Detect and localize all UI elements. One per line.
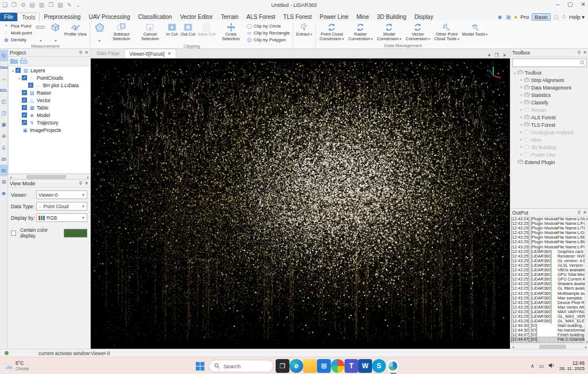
tree-item-pointclouds[interactable]: ⌄✓∴PointClouds bbox=[9, 74, 90, 81]
in-cut-button[interactable]: In Cut bbox=[164, 22, 179, 43]
output-vscrollbar[interactable]: ▲▼ bbox=[585, 217, 588, 344]
point-cloud-conversion-button[interactable]: Point Cloud Conversion ▾ bbox=[318, 22, 346, 43]
log-entry[interactable]: [12:43:25] [LiDAR360]Shaders available bbox=[510, 282, 585, 286]
lidar360-icon[interactable] bbox=[386, 359, 400, 373]
word-icon[interactable]: W bbox=[358, 359, 372, 373]
menu-tab-tools[interactable]: Tools bbox=[17, 13, 40, 21]
model-tools-button[interactable]: Model Tools ▾ bbox=[461, 22, 489, 43]
checkbox[interactable]: ✓ bbox=[22, 90, 27, 95]
speaker-icon[interactable] bbox=[548, 363, 555, 369]
log-entry[interactable]: [12:43:25] [LiDAR360]GPU Current Availab… bbox=[510, 277, 585, 282]
log-entry[interactable]: [12:43:25] [LiDAR360]Max samples: 32 bbox=[510, 296, 585, 301]
menu-tab-mine[interactable]: Mine bbox=[353, 13, 373, 21]
license-icon[interactable]: ▣ bbox=[506, 14, 511, 20]
log-entry[interactable]: [12:43:25] [LiDAR360]Renderer: NVIDIA Ge… bbox=[510, 254, 585, 259]
close-viewer-icon[interactable]: ✕ bbox=[502, 53, 506, 58]
tree-item-raster[interactable]: ✓▨Raster bbox=[9, 89, 90, 96]
close-icon[interactable]: ✕ bbox=[84, 50, 88, 55]
pin-icon[interactable]: ⚲ bbox=[577, 50, 581, 55]
basic-mode-button[interactable]: Basic bbox=[532, 13, 551, 21]
start-button[interactable] bbox=[193, 359, 207, 373]
menu-tab-terrain[interactable]: Terrain bbox=[217, 13, 243, 21]
output-hscrollbar[interactable]: ◂ ▸ bbox=[510, 344, 588, 349]
close-icon[interactable]: ✕ bbox=[581, 1, 586, 7]
display-by-select[interactable]: RGB▼ bbox=[36, 213, 87, 222]
menu-tab-power-line[interactable]: Power Line bbox=[316, 13, 353, 21]
tree-item-imageprojects[interactable]: ▣ImageProjects bbox=[9, 126, 90, 134]
clock[interactable]: 12:46 26. 11. 2025 bbox=[559, 360, 585, 372]
log-entry[interactable]: [12:43:25] [Plugin Module]File Name:L/Ge… bbox=[510, 231, 585, 235]
data-type-select[interactable]: ∴ Point Cloud▼ bbox=[36, 202, 87, 211]
certain-color-checkbox[interactable] bbox=[11, 231, 16, 236]
toolbox-item-toolbox[interactable]: ⌄Toolbox bbox=[510, 69, 588, 76]
log-entry[interactable]: [12:43:25] [Plugin Module]File Name:L/Fo… bbox=[510, 221, 585, 226]
close-icon[interactable]: ✕ bbox=[84, 181, 88, 186]
restore-icon[interactable]: ❐ bbox=[494, 53, 498, 58]
extract-button[interactable]: Extract ▾ bbox=[295, 22, 314, 43]
close-icon[interactable]: ✕ bbox=[583, 50, 587, 55]
store-icon[interactable]: ⊞ bbox=[317, 359, 331, 373]
viewer-tab-start-page[interactable]: Start Page bbox=[92, 49, 124, 58]
checkbox[interactable]: ✓ bbox=[22, 105, 27, 110]
point-cloud-canvas[interactable] bbox=[91, 59, 510, 349]
close-tab-icon[interactable]: ✕ bbox=[167, 51, 171, 56]
task-view-icon[interactable]: ❐ bbox=[276, 359, 289, 373]
toolbox-item-classify[interactable]: ›Classify bbox=[510, 99, 588, 106]
toolbox-item-tls-forest[interactable]: ›TLS Forest bbox=[510, 121, 588, 128]
close-icon[interactable]: ✕ bbox=[583, 210, 587, 215]
coin-icon[interactable]: ● bbox=[514, 14, 517, 20]
polygon-select-button[interactable]: ▾ bbox=[92, 22, 107, 43]
vector-conversion-button[interactable]: Vector Conversion ▾ bbox=[404, 22, 432, 43]
toolbox-item-data-management[interactable]: ›Data Management bbox=[510, 84, 588, 91]
pick-point-button[interactable]: ⌖Pick Point bbox=[3, 22, 32, 29]
tab-list-icon[interactable]: ▾ bbox=[488, 53, 490, 58]
tree-item-table[interactable]: ✓▦Table bbox=[9, 104, 90, 111]
model-conversion-button[interactable]: Model Conversion ▾ bbox=[375, 22, 404, 43]
menu-tab-3d-building[interactable]: 3D Building bbox=[373, 13, 410, 21]
cloud-display-button[interactable]: ☁ bbox=[0, 73, 8, 84]
toolbox-item-mine[interactable]: ›Mine bbox=[510, 136, 588, 143]
photos-icon[interactable] bbox=[331, 359, 345, 373]
glass-mode-button[interactable]: Glass bbox=[0, 61, 8, 73]
project-hscrollbar[interactable]: ◂ ▸ bbox=[8, 174, 91, 179]
log-entry[interactable]: [12:43:24] [Plugin Module]File Name:L/Ve… bbox=[510, 217, 585, 221]
checkbox[interactable]: ✓ bbox=[22, 75, 27, 80]
maximize-icon[interactable]: ▢ bbox=[567, 1, 572, 7]
toolbox-item-geological-analysis[interactable]: ›Geological Analysis bbox=[510, 128, 588, 136]
multi-point-button[interactable]: ∴Multi-point bbox=[3, 29, 32, 36]
raster-conversion-button[interactable]: Raster Conversion ▾ bbox=[346, 22, 375, 43]
out-cut-button[interactable]: Out Cut bbox=[179, 22, 196, 43]
log-entry[interactable]: [12:43:25] [LiDAR360]Max Vertex Attribs:… bbox=[510, 305, 585, 310]
profile-view-button[interactable]: Profile View bbox=[63, 22, 88, 43]
pin-icon[interactable]: ⚲ bbox=[79, 50, 82, 55]
log-entry[interactable]: [12:43:25] [LiDAR360]Device Pixel Ratio:… bbox=[510, 301, 585, 305]
log-entry[interactable]: [12:43:25] [Plugin Module]File Name:L/Bu… bbox=[510, 240, 585, 244]
tree-item-bh-plot-1-lidata[interactable]: ✓∴BH plot 1.LiData bbox=[9, 81, 90, 89]
menu-tab-file[interactable]: File bbox=[0, 13, 17, 21]
log-entry[interactable]: [12:43:25] [Plugin Module]File Name:L/Po… bbox=[510, 245, 585, 250]
menu-tab-display[interactable]: Display bbox=[411, 13, 438, 21]
color-swatch[interactable] bbox=[64, 229, 87, 237]
tray-chevron-icon[interactable]: ∧ bbox=[531, 363, 535, 369]
checkbox[interactable]: ✓ bbox=[28, 83, 33, 88]
log-entry[interactable]: [12:43:25] [LiDAR360]GL_MAX_VERTEX_ATTR bbox=[510, 314, 585, 319]
clip-by-polygon-button[interactable]: Clip by Polygon bbox=[246, 36, 290, 43]
tree-item-vector[interactable]: ✓△Vector bbox=[9, 96, 90, 104]
weather-widget[interactable]: ☁ 5°C Cloudy bbox=[5, 361, 29, 371]
checkbox[interactable]: ✓ bbox=[16, 68, 21, 73]
tree-item-layers[interactable]: ⌄✓▤Layers bbox=[9, 67, 90, 74]
checkbox[interactable]: ✓ bbox=[22, 98, 27, 103]
toolbox-item-extend-plugin[interactable]: Extend Plugin bbox=[510, 158, 588, 166]
menu-tab-vector-editor[interactable]: Vector Editor bbox=[176, 13, 216, 21]
display-icon[interactable]: ▭ bbox=[539, 363, 544, 369]
edge-icon[interactable]: e bbox=[289, 359, 303, 373]
log-entry[interactable]: [12:43:25] [LiDAR360]VBOs available bbox=[510, 268, 585, 272]
log-entry[interactable]: [12:43:25] [LiDAR360]GL version: 4.6.0 N… bbox=[510, 259, 585, 263]
view-2d-button[interactable]: 2D bbox=[0, 153, 8, 165]
menu-tab-classification[interactable]: Classification bbox=[134, 13, 176, 21]
length-measure-button[interactable]: ▾ bbox=[33, 22, 48, 43]
toolbox-item-als-forest[interactable]: ›ALS Forest bbox=[510, 114, 588, 121]
skype-icon[interactable]: S bbox=[372, 359, 386, 373]
clip-by-circle-button[interactable]: ◯Clip by Circle bbox=[246, 22, 290, 29]
taskbar-search[interactable]: Search bbox=[209, 360, 273, 372]
